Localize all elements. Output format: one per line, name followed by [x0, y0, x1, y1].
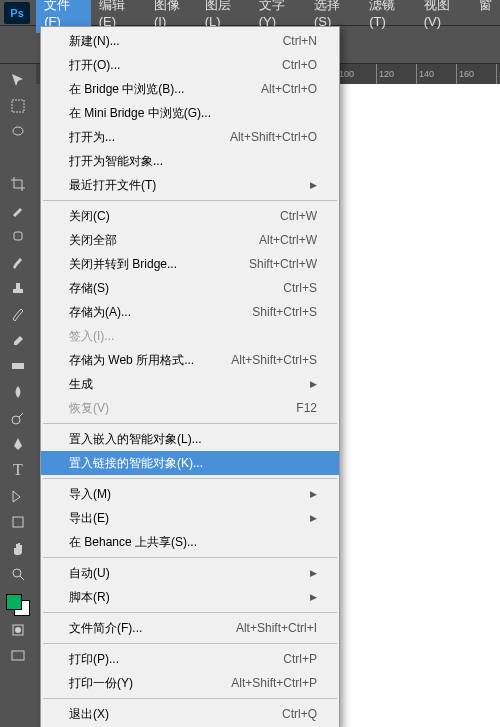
menu-item[interactable]: 最近打开文件(T)▶ [41, 173, 339, 197]
menu-item-shortcut: Ctrl+W [280, 207, 317, 225]
file-menu-dropdown: 新建(N)...Ctrl+N打开(O)...Ctrl+O在 Bridge 中浏览… [40, 26, 340, 727]
menu-item-label: 在 Mini Bridge 中浏览(G)... [69, 104, 211, 122]
hand-tool[interactable] [4, 536, 32, 560]
menu-item-shortcut: Ctrl+S [283, 279, 317, 297]
heal-tool[interactable] [4, 224, 32, 248]
menu-item-label: 置入链接的智能对象(K)... [69, 454, 203, 472]
menu-item[interactable]: 在 Bridge 中浏览(B)...Alt+Ctrl+O [41, 77, 339, 101]
move-tool[interactable] [4, 68, 32, 92]
screen-mode-tool[interactable] [4, 644, 32, 668]
menu-item-shortcut: Shift+Ctrl+S [252, 303, 317, 321]
menubar-item[interactable]: 窗 [471, 0, 500, 33]
menu-item[interactable]: 关闭(C)Ctrl+W [41, 204, 339, 228]
menu-item-label: 存储(S) [69, 279, 109, 297]
menu-item-label: 签入(I)... [69, 327, 114, 345]
menu-item[interactable]: 新建(N)...Ctrl+N [41, 29, 339, 53]
ruler-tick: 140 [416, 64, 456, 84]
menu-item: 签入(I)... [41, 324, 339, 348]
menu-item-label: 导出(E) [69, 509, 109, 527]
menu-item[interactable]: 脚本(R)▶ [41, 585, 339, 609]
menu-item-label: 在 Behance 上共享(S)... [69, 533, 197, 551]
color-swatch[interactable] [6, 594, 30, 616]
svg-rect-2 [14, 232, 22, 240]
menubar: Ps 文件(F)编辑(E)图像(I)图层(L)文字(Y)选择(S)滤镜(T)视图… [0, 0, 500, 26]
menu-item-label: 最近打开文件(T) [69, 176, 156, 194]
menu-item-shortcut: Alt+Shift+Ctrl+O [230, 128, 317, 146]
menu-item[interactable]: 打开为...Alt+Shift+Ctrl+O [41, 125, 339, 149]
menu-item[interactable]: 关闭并转到 Bridge...Shift+Ctrl+W [41, 252, 339, 276]
menu-item[interactable]: 打印(P)...Ctrl+P [41, 647, 339, 671]
stamp-tool[interactable] [4, 276, 32, 300]
gradient-tool[interactable] [4, 354, 32, 378]
blur-tool[interactable] [4, 380, 32, 404]
path-tool[interactable] [4, 484, 32, 508]
menu-item[interactable]: 导入(M)▶ [41, 482, 339, 506]
menu-item[interactable]: 导出(E)▶ [41, 506, 339, 530]
menu-item[interactable]: 关闭全部Alt+Ctrl+W [41, 228, 339, 252]
marquee-tool[interactable] [4, 94, 32, 118]
menu-item-label: 文件简介(F)... [69, 619, 142, 637]
svg-rect-9 [12, 651, 24, 660]
menu-item-label: 退出(X) [69, 705, 109, 723]
brush-tool[interactable] [4, 250, 32, 274]
wand-tool[interactable] [4, 146, 32, 170]
svg-point-4 [12, 416, 20, 424]
eraser-tool[interactable] [4, 328, 32, 352]
menu-item[interactable]: 生成▶ [41, 372, 339, 396]
menu-item-label: 存储为(A)... [69, 303, 131, 321]
submenu-arrow-icon: ▶ [310, 588, 317, 606]
menu-separator [43, 698, 337, 699]
svg-rect-5 [13, 517, 23, 527]
quickmask-tool[interactable] [4, 618, 32, 642]
type-tool[interactable]: T [4, 458, 32, 482]
menu-item-label: 在 Bridge 中浏览(B)... [69, 80, 184, 98]
menu-item[interactable]: 打印一份(Y)Alt+Shift+Ctrl+P [41, 671, 339, 695]
pen-tool[interactable] [4, 432, 32, 456]
menu-item-shortcut: F12 [296, 399, 317, 417]
canvas[interactable] [340, 84, 500, 727]
menu-separator [43, 557, 337, 558]
menu-item-shortcut: Ctrl+O [282, 56, 317, 74]
menu-item-label: 关闭并转到 Bridge... [69, 255, 177, 273]
menubar-item[interactable]: 滤镜(T) [361, 0, 416, 33]
menubar-item[interactable]: 视图(V) [416, 0, 471, 33]
dodge-tool[interactable] [4, 406, 32, 430]
ruler-tick: 100 [336, 64, 376, 84]
menu-item-shortcut: Alt+Ctrl+O [261, 80, 317, 98]
menu-item-shortcut: Alt+Shift+Ctrl+P [231, 674, 317, 692]
menu-item-shortcut: Alt+Ctrl+W [259, 231, 317, 249]
menu-item[interactable]: 打开(O)...Ctrl+O [41, 53, 339, 77]
menu-item-shortcut: Alt+Shift+Ctrl+S [231, 351, 317, 369]
menu-item-label: 打印一份(Y) [69, 674, 133, 692]
menu-item[interactable]: 存储(S)Ctrl+S [41, 276, 339, 300]
menu-separator [43, 612, 337, 613]
ruler-tick: 160 [456, 64, 496, 84]
submenu-arrow-icon: ▶ [310, 564, 317, 582]
menu-item-label: 自动(U) [69, 564, 110, 582]
menu-item[interactable]: 在 Behance 上共享(S)... [41, 530, 339, 554]
menu-item-shortcut: Shift+Ctrl+W [249, 255, 317, 273]
menu-item-shortcut: Ctrl+Q [282, 705, 317, 723]
menu-item[interactable]: 存储为 Web 所用格式...Alt+Shift+Ctrl+S [41, 348, 339, 372]
crop-tool[interactable] [4, 172, 32, 196]
menu-item-label: 打开为... [69, 128, 115, 146]
shape-tool[interactable] [4, 510, 32, 534]
menu-item-label: 脚本(R) [69, 588, 110, 606]
ruler-tick: 120 [376, 64, 416, 84]
menu-item[interactable]: 退出(X)Ctrl+Q [41, 702, 339, 726]
menu-item[interactable]: 打开为智能对象... [41, 149, 339, 173]
svg-rect-0 [12, 100, 24, 112]
menu-item-label: 生成 [69, 375, 93, 393]
menu-item[interactable]: 在 Mini Bridge 中浏览(G)... [41, 101, 339, 125]
lasso-tool[interactable] [4, 120, 32, 144]
history-brush-tool[interactable] [4, 302, 32, 326]
zoom-tool[interactable] [4, 562, 32, 586]
menu-item[interactable]: 文件简介(F)...Alt+Shift+Ctrl+I [41, 616, 339, 640]
menu-item[interactable]: 置入嵌入的智能对象(L)... [41, 427, 339, 451]
menu-item[interactable]: 置入链接的智能对象(K)... [41, 451, 339, 475]
menu-separator [43, 643, 337, 644]
menu-item[interactable]: 自动(U)▶ [41, 561, 339, 585]
menu-item-label: 恢复(V) [69, 399, 109, 417]
eyedropper-tool[interactable] [4, 198, 32, 222]
menu-item[interactable]: 存储为(A)...Shift+Ctrl+S [41, 300, 339, 324]
